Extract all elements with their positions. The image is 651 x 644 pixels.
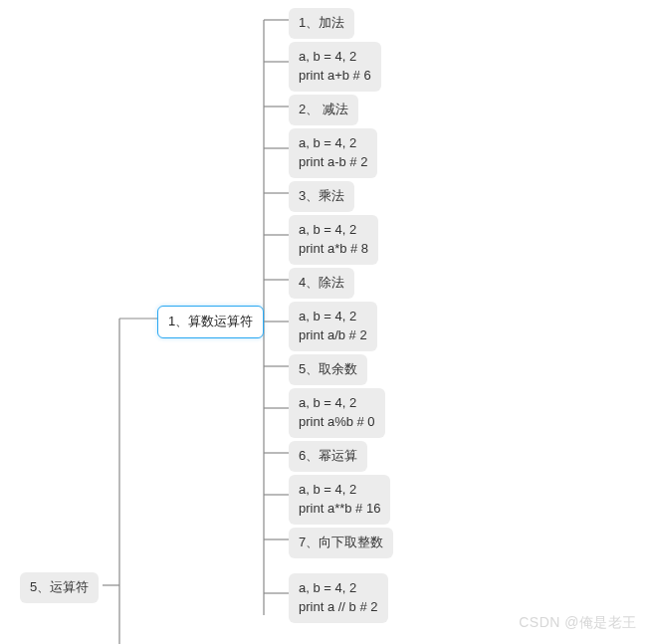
- leaf-power-title[interactable]: 6、幂运算: [289, 441, 367, 472]
- leaf-floordiv-title[interactable]: 7、向下取整数: [289, 528, 393, 558]
- leaf-multiplication-title[interactable]: 3、乘法: [289, 181, 354, 212]
- leaf-modulo-code[interactable]: a, b = 4, 2 print a%b # 0: [289, 388, 385, 438]
- leaf-multiplication-code[interactable]: a, b = 4, 2 print a*b # 8: [289, 215, 378, 265]
- mindmap-root-node[interactable]: 5、运算符: [20, 572, 99, 603]
- leaf-floordiv-code[interactable]: a, b = 4, 2 print a // b # 2: [289, 573, 388, 623]
- leaf-division-code[interactable]: a, b = 4, 2 print a/b # 2: [289, 302, 377, 351]
- leaf-addition-code[interactable]: a, b = 4, 2 print a+b # 6: [289, 42, 381, 92]
- leaf-modulo-title[interactable]: 5、取余数: [289, 354, 367, 385]
- leaf-subtraction-code[interactable]: a, b = 4, 2 print a-b # 2: [289, 128, 377, 178]
- watermark-text: CSDN @俺是老王: [519, 614, 637, 632]
- leaf-power-code[interactable]: a, b = 4, 2 print a**b # 16: [289, 475, 390, 525]
- leaf-division-title[interactable]: 4、除法: [289, 268, 354, 299]
- mindmap-branch-arithmetic[interactable]: 1、算数运算符: [157, 306, 264, 338]
- leaf-subtraction-title[interactable]: 2、 减法: [289, 95, 358, 125]
- leaf-addition-title[interactable]: 1、加法: [289, 8, 354, 39]
